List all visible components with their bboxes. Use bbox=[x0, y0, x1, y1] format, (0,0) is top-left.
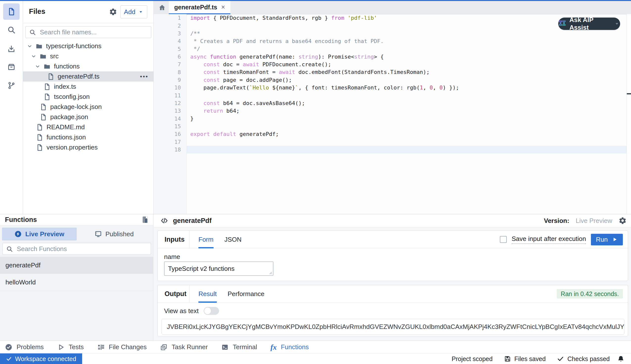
code-line-1[interactable]: 1import { PDFDocument, StandardFonts, rg… bbox=[154, 14, 627, 22]
tree-row-README.md[interactable]: README.md bbox=[23, 122, 153, 132]
code-text: const b64 = doc.saveAsBase64(); bbox=[186, 99, 305, 107]
workspace-connected-chip[interactable]: Workspace connected bbox=[0, 353, 82, 364]
code-text: async function generatePdf(name: string)… bbox=[186, 53, 384, 60]
tree-row-functions[interactable]: functions bbox=[23, 61, 153, 72]
tab-form[interactable]: Form bbox=[198, 231, 214, 248]
code-line-17[interactable]: 17 bbox=[154, 138, 627, 146]
home-icon[interactable] bbox=[157, 3, 167, 12]
bolt-circle-icon bbox=[14, 230, 22, 238]
code-line-12[interactable]: 12 const b64 = doc.saveAsBase64(); bbox=[154, 99, 627, 107]
add-file-button[interactable]: Add bbox=[120, 6, 147, 18]
rail-item-packages[interactable] bbox=[3, 59, 20, 75]
toolbar-item-label: Functions bbox=[281, 343, 309, 351]
tree-row-functions.json[interactable]: functions.json bbox=[23, 132, 153, 142]
save-input-checkbox[interactable] bbox=[500, 236, 507, 243]
code-line-16[interactable]: 16export default generatePdf; bbox=[154, 130, 627, 138]
play-icon bbox=[611, 236, 618, 243]
toolbar-item-label: Task Runner bbox=[172, 343, 208, 351]
chevron-down-icon[interactable] bbox=[35, 63, 43, 70]
tree-item-label: README.md bbox=[47, 123, 85, 131]
bell-icon[interactable] bbox=[617, 355, 624, 362]
file-search-input[interactable] bbox=[39, 28, 147, 36]
line-number: 7 bbox=[154, 61, 186, 68]
code-editor[interactable]: 1import { PDFDocument, StandardFonts, rg… bbox=[154, 14, 631, 214]
version-value[interactable]: Live Preview bbox=[576, 217, 612, 225]
save-input-label[interactable]: Save input after execution bbox=[512, 235, 586, 244]
code-text: */ bbox=[186, 45, 200, 53]
resize-handle-icon[interactable] bbox=[269, 271, 272, 275]
run-button[interactable]: Run bbox=[591, 234, 623, 246]
runner-header: generatePdf Version: Live Preview bbox=[154, 214, 631, 227]
rail-item-import-export[interactable] bbox=[3, 41, 20, 57]
code-line-15[interactable]: 15 bbox=[154, 122, 627, 130]
function-item-helloWorld[interactable]: helloWorld bbox=[0, 274, 153, 291]
functions-tab-live-preview[interactable]: Live Preview bbox=[2, 228, 77, 240]
code-line-5[interactable]: 5 */ bbox=[154, 45, 627, 53]
rail-item-branches[interactable] bbox=[3, 77, 20, 94]
code-line-2[interactable]: 2 bbox=[154, 22, 627, 30]
functions-tab-published[interactable]: Published bbox=[77, 228, 151, 240]
line-number: 18 bbox=[154, 146, 186, 153]
function-item-generatePdf[interactable]: generatePdf bbox=[0, 257, 153, 274]
code-text: const timesRomanFont = await doc.embedFo… bbox=[186, 68, 430, 76]
files-settings-button[interactable] bbox=[109, 8, 117, 16]
tree-row-package-lock.json[interactable]: package-lock.json bbox=[23, 102, 153, 112]
code-line-9[interactable]: 9 const page = doc.addPage(); bbox=[154, 76, 627, 84]
ask-aip-label: Ask AIP Assist bbox=[569, 16, 610, 32]
tree-row-index.ts[interactable]: index.ts bbox=[23, 82, 153, 92]
tab-json[interactable]: JSON bbox=[225, 231, 242, 248]
line-number: 9 bbox=[154, 77, 186, 83]
toolbar-tests[interactable]: Tests bbox=[57, 343, 84, 351]
editor-scrollbar[interactable] bbox=[626, 14, 631, 214]
close-icon[interactable]: × bbox=[221, 4, 225, 11]
code-line-18[interactable]: 18 bbox=[154, 146, 627, 154]
toolbar-functions[interactable]: fxFunctions bbox=[271, 343, 309, 351]
tab-result[interactable]: Result bbox=[198, 285, 217, 302]
ask-aip-assist-button[interactable]: Ask AIP Assist bbox=[558, 18, 620, 30]
tab-title: generatePdf.ts bbox=[174, 4, 217, 11]
code-line-11[interactable]: 11 bbox=[154, 92, 627, 99]
code-line-6[interactable]: 6async function generatePdf(name: string… bbox=[154, 53, 627, 60]
chevron-down-icon[interactable] bbox=[27, 42, 35, 50]
toolbar-task-runner[interactable]: Task Runner bbox=[160, 343, 208, 351]
code-line-8[interactable]: 8 const timesRomanFont = await doc.embed… bbox=[154, 68, 627, 76]
functions-search-input[interactable] bbox=[16, 245, 147, 253]
toolbar-item-label: Problems bbox=[17, 343, 44, 351]
code-text: } bbox=[186, 115, 193, 122]
tab-performance[interactable]: Performance bbox=[228, 285, 265, 302]
code-line-13[interactable]: 13 return b64; bbox=[154, 107, 627, 115]
code-text: const page = doc.addPage(); bbox=[186, 76, 292, 84]
tree-row-package.json[interactable]: package.json bbox=[23, 112, 153, 122]
book-icon[interactable] bbox=[141, 216, 149, 224]
tree-row-tsconfig.json[interactable]: tsconfig.json bbox=[23, 92, 153, 102]
tree-row-generatePdf.ts[interactable]: generatePdf.ts••• bbox=[23, 72, 153, 82]
file-icon bbox=[40, 114, 47, 121]
tree-row-src[interactable]: src bbox=[23, 51, 153, 61]
name-field-input[interactable]: TypeScript v2 functions bbox=[164, 262, 273, 276]
line-number: 5 bbox=[154, 46, 186, 52]
tab-generatepdf[interactable]: generatePdf.ts × bbox=[169, 1, 230, 14]
gear-icon[interactable] bbox=[619, 217, 626, 225]
folder-icon bbox=[39, 53, 47, 60]
toolbar-terminal[interactable]: Terminal bbox=[221, 343, 257, 351]
rail-item-search[interactable] bbox=[3, 22, 20, 38]
row-menu-icon[interactable]: ••• bbox=[140, 72, 148, 82]
code-line-10[interactable]: 10 page.drawText(`Hello ${name}`, { font… bbox=[154, 84, 627, 92]
code-line-3[interactable]: 3/** bbox=[154, 30, 627, 37]
file-icon bbox=[47, 73, 54, 80]
rail-item-files[interactable] bbox=[3, 4, 20, 20]
code-line-14[interactable]: 14} bbox=[154, 115, 627, 122]
view-as-text-toggle[interactable] bbox=[204, 307, 219, 315]
code-line-4[interactable]: 4 * Creates a PDF and returns a base64 e… bbox=[154, 37, 627, 45]
code-line-7[interactable]: 7 const doc = await PDFDocument.create()… bbox=[154, 60, 627, 68]
toolbar-problems[interactable]: Problems bbox=[5, 343, 44, 351]
status-item-label: Checks passed bbox=[567, 355, 610, 362]
inputs-card: Inputs Form JSON Save input after execut… bbox=[157, 230, 628, 281]
tree-row-version.properties[interactable]: version.properties bbox=[23, 142, 153, 152]
toolbar-file-changes[interactable]: File Changes bbox=[97, 343, 147, 351]
chevron-down-icon[interactable] bbox=[31, 53, 39, 60]
functions-list: generatePdfhelloWorld bbox=[0, 257, 153, 291]
tree-row-typescript-functions[interactable]: typescript-functions bbox=[23, 41, 153, 51]
line-number: 17 bbox=[154, 139, 186, 145]
result-output-box[interactable]: JVBERi0xLjcKJYGBgYEKCjYgMCBvYmoKPDwKL0Zp… bbox=[162, 319, 624, 334]
